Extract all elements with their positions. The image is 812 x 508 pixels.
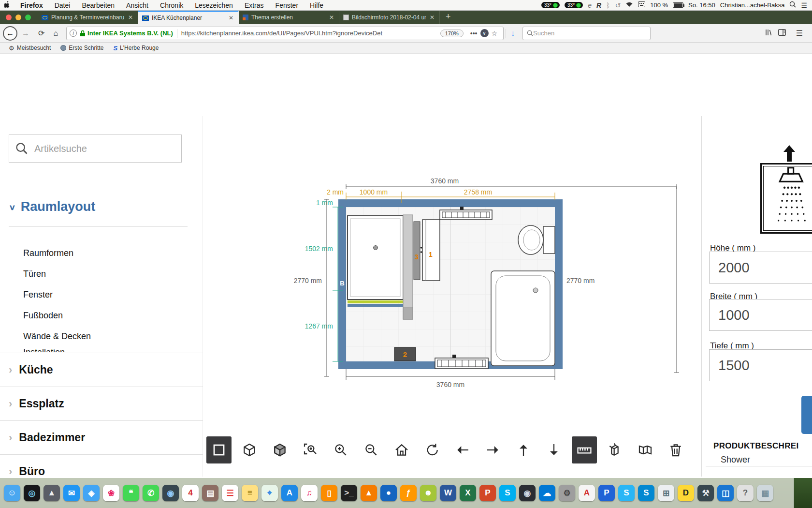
- tab-thema-erstellen[interactable]: Thema erstellen ✕: [239, 11, 339, 24]
- onedrive[interactable]: ☁: [539, 485, 555, 501]
- avery[interactable]: A: [579, 485, 595, 501]
- page-info-icon[interactable]: i: [70, 30, 77, 37]
- floor-plan[interactable]: 3760 mm 2 mm 1000 mm 2758 mm 1 mm 1502 m…: [271, 169, 696, 392]
- walls-view-button[interactable]: [633, 436, 658, 463]
- view-3d-wire-button[interactable]: [237, 436, 262, 463]
- url-bar[interactable]: i Inter IKEA Systems B.V. (NL) https://k…: [66, 27, 504, 40]
- menubar-item-extras[interactable]: Extras: [239, 1, 270, 9]
- bluetooth-icon[interactable]: ᛒ: [606, 1, 610, 9]
- page-actions-icon[interactable]: •••: [467, 30, 480, 37]
- menubar-item-chronik[interactable]: Chronik: [154, 1, 189, 9]
- pan-right-button[interactable]: [480, 436, 506, 463]
- app-store[interactable]: A: [281, 485, 298, 501]
- trash[interactable]: ▦: [757, 485, 773, 501]
- menubar-item-hilfe[interactable]: Hilfe: [304, 1, 329, 9]
- tab-close-icon[interactable]: ✕: [127, 14, 134, 21]
- browser-search[interactable]: [522, 27, 651, 40]
- itunes[interactable]: ♫: [301, 485, 318, 501]
- hoehe-input[interactable]: [709, 252, 812, 284]
- messages[interactable]: ❝: [123, 485, 139, 501]
- grid-launcher[interactable]: ⊞: [658, 485, 674, 501]
- sidebar-item[interactable]: Fenster: [23, 284, 188, 305]
- sidebar-item[interactable]: Installation: [23, 347, 188, 352]
- bookmark-lherbe-rouge[interactable]: S L'Herbe Rouge: [109, 45, 162, 52]
- breite-input[interactable]: [709, 299, 812, 331]
- apple-menu-icon[interactable]: [0, 1, 14, 10]
- menubar-item-datei[interactable]: Datei: [49, 1, 76, 9]
- home-button[interactable]: ⌂: [49, 29, 62, 38]
- pan-down-button[interactable]: [541, 436, 566, 463]
- zoom-window-button[interactable]: [25, 15, 31, 20]
- photo-booth[interactable]: ◉: [162, 485, 179, 501]
- tab-planung[interactable]: Planung & Terminvereinbarung ✕: [38, 11, 138, 24]
- plan-canvas[interactable]: 3760 mm 2 mm 1000 mm 2758 mm 1 mm 1502 m…: [203, 116, 701, 477]
- reload-button[interactable]: ⟳: [34, 29, 49, 38]
- plan-item-1[interactable]: [422, 220, 440, 281]
- avira-menu-icon[interactable]: R: [596, 1, 601, 9]
- calendar[interactable]: 4: [182, 485, 199, 501]
- mail[interactable]: ✉: [63, 485, 80, 501]
- word[interactable]: W: [440, 485, 456, 501]
- app-s-blue[interactable]: S: [618, 485, 635, 501]
- vlc[interactable]: ▲: [361, 485, 377, 501]
- home-view-button[interactable]: [389, 436, 414, 463]
- bookmark-erste-schritte[interactable]: Erste Schritte: [57, 45, 107, 51]
- bookmark-meistbesucht[interactable]: ⚙ Meistbesucht: [5, 45, 55, 52]
- view-3d-solid-button[interactable]: [267, 436, 292, 463]
- contacts[interactable]: ▤: [202, 485, 218, 501]
- pan-left-button[interactable]: [450, 436, 475, 463]
- zoom-level-badge[interactable]: 170%: [440, 30, 464, 37]
- minimize-window-button[interactable]: [15, 15, 21, 20]
- notes[interactable]: ≡: [242, 485, 258, 501]
- forward-button[interactable]: →: [17, 29, 34, 38]
- time-machine-icon[interactable]: ↺: [615, 1, 621, 9]
- keyboard-viewer-icon[interactable]: [638, 1, 645, 9]
- build-tool[interactable]: ⚒: [697, 485, 714, 501]
- app-sphere[interactable]: ●: [380, 485, 397, 501]
- notification-center-icon[interactable]: ☰: [801, 1, 807, 9]
- sidebar-item[interactable]: Raumformen: [23, 243, 188, 264]
- menubar-clock[interactable]: So. 16:50: [688, 1, 715, 9]
- menubar-item-firefox[interactable]: Firefox: [14, 1, 49, 9]
- sidebar-section[interactable]: › Essplatz: [0, 387, 203, 420]
- app-s-blue-2[interactable]: S: [638, 485, 654, 501]
- sidebar-section[interactable]: › Badezimmer: [0, 420, 203, 454]
- spotlight-search-icon[interactable]: [789, 1, 796, 9]
- pocket-icon[interactable]: ∨: [480, 29, 489, 37]
- launchpad[interactable]: ▲: [44, 485, 60, 501]
- security-owner[interactable]: Inter IKEA Systems B.V. (NL): [87, 30, 173, 37]
- menubar-item-fenster[interactable]: Fenster: [270, 1, 304, 9]
- plan-item-3[interactable]: [414, 222, 420, 280]
- wifi-icon[interactable]: [625, 1, 633, 9]
- zoom-out-button[interactable]: [359, 436, 384, 463]
- temperature-widget-2[interactable]: 33°: [565, 2, 583, 8]
- rotate-view-button[interactable]: [420, 436, 445, 463]
- skype[interactable]: S: [499, 485, 516, 501]
- plan-item-2[interactable]: 2: [394, 347, 416, 361]
- finder[interactable]: ☺: [4, 485, 20, 501]
- sidebar-item[interactable]: Wände & Decken: [23, 326, 188, 347]
- facetime[interactable]: ✆: [143, 485, 159, 501]
- zoom-in-button[interactable]: [328, 436, 353, 463]
- steam[interactable]: ◉: [519, 485, 536, 501]
- excel[interactable]: X: [460, 485, 476, 501]
- bookmark-star-icon[interactable]: ☆: [489, 30, 501, 37]
- safari[interactable]: ◈: [83, 485, 100, 501]
- app-blue-box[interactable]: ◫: [717, 485, 734, 501]
- tab-close-icon[interactable]: ✕: [328, 14, 335, 21]
- library-icon[interactable]: [765, 29, 772, 38]
- bathtub[interactable]: [491, 271, 555, 366]
- user-menu[interactable]: Christian...achel-Baksa: [720, 1, 785, 9]
- section-raumlayout[interactable]: ∨ Raumlayout: [9, 199, 95, 214]
- menubar-item-ansicht[interactable]: Ansicht: [120, 1, 154, 9]
- zoom-selection-button[interactable]: [298, 436, 323, 463]
- tab-bildschirmfoto[interactable]: Bildschirmfoto 2018-02-04 um ✕: [339, 11, 440, 24]
- evernote-menu-icon[interactable]: e: [588, 1, 592, 9]
- android[interactable]: ☻: [420, 485, 436, 501]
- new-tab-button[interactable]: +: [440, 11, 457, 24]
- back-button[interactable]: ←: [3, 26, 17, 41]
- sidebar-section[interactable]: › Küche: [0, 353, 203, 387]
- menubar-item-bearbeiten[interactable]: Bearbeiten: [76, 1, 120, 9]
- article-search-input[interactable]: [34, 143, 160, 154]
- item-3d-button[interactable]: [602, 436, 627, 463]
